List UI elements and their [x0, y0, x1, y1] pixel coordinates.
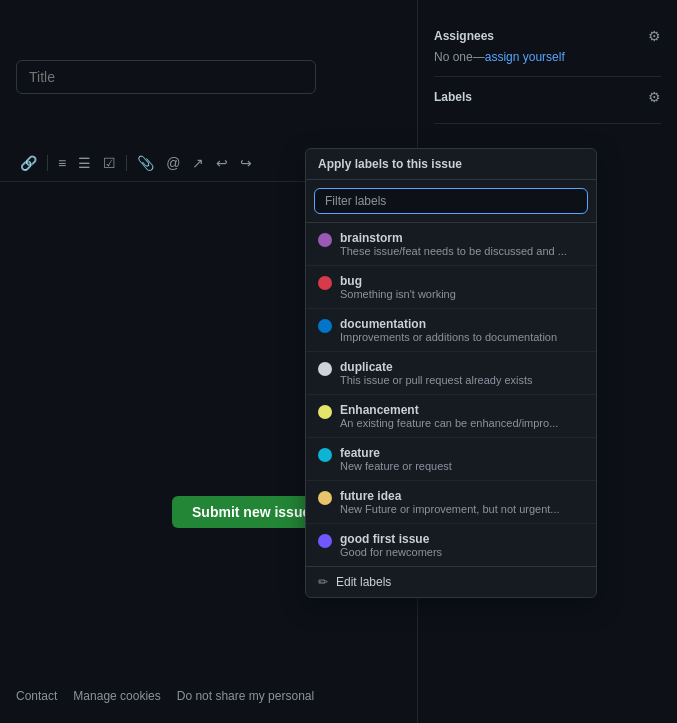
- task-list-icon[interactable]: ☑: [99, 153, 120, 173]
- dropdown-title: Apply labels to this issue: [306, 149, 596, 180]
- no-one-text: No one—: [434, 50, 485, 64]
- label-color-dot: [318, 448, 332, 462]
- assignees-section: Assignees ⚙ No one—assign yourself: [434, 16, 661, 77]
- assign-yourself-link[interactable]: assign yourself: [485, 50, 565, 64]
- redo-icon[interactable]: ↪: [236, 153, 256, 173]
- label-color-dot: [318, 491, 332, 505]
- label-info: featureNew feature or request: [340, 446, 584, 472]
- labels-dropdown: Apply labels to this issue brainstormThe…: [305, 148, 597, 598]
- label-description: New Future or improvement, but not urgen…: [340, 503, 584, 515]
- toolbar-divider-2: [126, 155, 127, 171]
- privacy-notice-link[interactable]: Do not share my personal: [177, 689, 314, 703]
- assignees-header: Assignees ⚙: [434, 28, 661, 44]
- label-description: Good for newcomers: [340, 546, 584, 558]
- pencil-icon: ✏: [318, 575, 328, 589]
- unordered-list-icon[interactable]: ☰: [74, 153, 95, 173]
- label-name: future idea: [340, 489, 584, 503]
- label-name: Enhancement: [340, 403, 584, 417]
- label-info: future ideaNew Future or improvement, bu…: [340, 489, 584, 515]
- footer: Contact Manage cookies Do not share my p…: [16, 689, 314, 703]
- label-name: duplicate: [340, 360, 584, 374]
- assignees-gear-icon[interactable]: ⚙: [648, 28, 661, 44]
- label-item[interactable]: duplicateThis issue or pull request alre…: [306, 352, 596, 395]
- labels-list: brainstormThese issue/feat needs to be d…: [306, 223, 596, 566]
- labels-section: Labels ⚙: [434, 77, 661, 124]
- labels-header: Labels ⚙: [434, 89, 661, 105]
- labels-title: Labels: [434, 90, 472, 104]
- label-color-dot: [318, 233, 332, 247]
- contact-link[interactable]: Contact: [16, 689, 57, 703]
- assignees-title: Assignees: [434, 29, 494, 43]
- label-name: feature: [340, 446, 584, 460]
- label-info: duplicateThis issue or pull request alre…: [340, 360, 584, 386]
- cross-reference-icon[interactable]: ↗: [188, 153, 208, 173]
- label-item[interactable]: bugSomething isn't working: [306, 266, 596, 309]
- label-color-dot: [318, 276, 332, 290]
- filter-labels-input[interactable]: [314, 188, 588, 214]
- label-color-dot: [318, 405, 332, 419]
- toolbar-divider-1: [47, 155, 48, 171]
- label-info: EnhancementAn existing feature can be en…: [340, 403, 584, 429]
- labels-gear-icon[interactable]: ⚙: [648, 89, 661, 105]
- label-description: An existing feature can be enhanced/impr…: [340, 417, 584, 429]
- label-name: brainstorm: [340, 231, 584, 245]
- mention-icon[interactable]: @: [162, 153, 184, 173]
- label-name: good first issue: [340, 532, 584, 546]
- label-color-dot: [318, 319, 332, 333]
- undo-icon[interactable]: ↩: [212, 153, 232, 173]
- label-item[interactable]: brainstormThese issue/feat needs to be d…: [306, 223, 596, 266]
- label-description: Something isn't working: [340, 288, 584, 300]
- label-name: documentation: [340, 317, 584, 331]
- label-item[interactable]: featureNew feature or request: [306, 438, 596, 481]
- attachment-icon[interactable]: 📎: [133, 153, 158, 173]
- label-info: documentationImprovements or additions t…: [340, 317, 584, 343]
- label-description: New feature or request: [340, 460, 584, 472]
- label-info: brainstormThese issue/feat needs to be d…: [340, 231, 584, 257]
- label-description: Improvements or additions to documentati…: [340, 331, 584, 343]
- label-item[interactable]: documentationImprovements or additions t…: [306, 309, 596, 352]
- label-info: bugSomething isn't working: [340, 274, 584, 300]
- edit-labels-button[interactable]: ✏ Edit labels: [306, 566, 596, 597]
- label-item[interactable]: EnhancementAn existing feature can be en…: [306, 395, 596, 438]
- label-info: good first issueGood for newcomers: [340, 532, 584, 558]
- label-description: These issue/feat needs to be discussed a…: [340, 245, 584, 257]
- label-item[interactable]: future ideaNew Future or improvement, bu…: [306, 481, 596, 524]
- link-icon[interactable]: 🔗: [16, 153, 41, 173]
- filter-wrapper: [306, 180, 596, 223]
- edit-labels-text: Edit labels: [336, 575, 391, 589]
- title-input[interactable]: [16, 60, 316, 94]
- manage-cookies-link[interactable]: Manage cookies: [73, 689, 160, 703]
- assignees-value: No one—assign yourself: [434, 50, 661, 64]
- ordered-list-icon[interactable]: ≡: [54, 153, 70, 173]
- label-item[interactable]: good first issueGood for newcomers: [306, 524, 596, 566]
- label-color-dot: [318, 534, 332, 548]
- label-name: bug: [340, 274, 584, 288]
- label-color-dot: [318, 362, 332, 376]
- label-description: This issue or pull request already exist…: [340, 374, 584, 386]
